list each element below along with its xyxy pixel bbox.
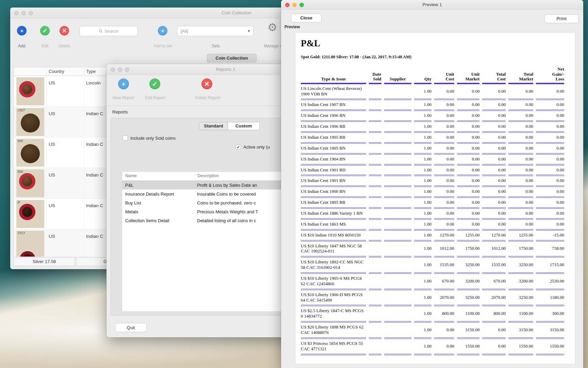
pl-cell: 0.00 bbox=[482, 144, 506, 155]
coin-image bbox=[21, 144, 40, 163]
tab-standard[interactable]: Standard bbox=[199, 122, 228, 130]
pl-cell bbox=[384, 220, 412, 231]
pl-cell: 1535.00 bbox=[434, 258, 454, 274]
minimize-window-button[interactable] bbox=[21, 11, 26, 15]
pl-cell: 0.00 bbox=[434, 100, 454, 111]
pl-cell: 738.00 bbox=[536, 242, 564, 258]
pl-cell bbox=[384, 274, 412, 290]
include-sold-checkbox[interactable] bbox=[122, 135, 128, 141]
close-window-button[interactable] bbox=[285, 3, 290, 7]
pl-column-header: Unit Market bbox=[457, 67, 480, 84]
x-icon: ✕ bbox=[62, 28, 67, 34]
pl-cell: 0.00 bbox=[482, 122, 506, 133]
pl-cell: 1.00 bbox=[414, 209, 431, 220]
close-window-button[interactable] bbox=[14, 11, 19, 15]
delete-report-button[interactable]: ✕ bbox=[201, 78, 212, 89]
pl-cell: 1270.00 bbox=[482, 231, 506, 242]
pl-cell: 0.00 bbox=[457, 198, 480, 209]
pl-cell bbox=[369, 306, 381, 323]
pl-row: US Indian Cent 1886 Variety 1 BN1.000.00… bbox=[301, 209, 564, 220]
pl-cell: 0.00 bbox=[482, 209, 506, 220]
coin-photo bbox=[16, 77, 44, 105]
pl-cell: 1.00 bbox=[414, 166, 431, 177]
coin-photo-cell: 1913 bbox=[14, 229, 46, 257]
pl-cell bbox=[384, 198, 412, 209]
pl-cell: 0.00 bbox=[508, 111, 533, 122]
coin-image bbox=[19, 81, 35, 97]
pl-cell: 0.00 bbox=[482, 111, 506, 122]
pl-cell: 0.00 bbox=[508, 155, 533, 166]
photo-handwritten-note: 1907 bbox=[17, 108, 25, 112]
pl-cell: 0.00 bbox=[434, 84, 454, 101]
zoom-window-button[interactable] bbox=[125, 67, 129, 72]
pl-cell: 1012.00 bbox=[482, 242, 506, 258]
plus-icon: + bbox=[121, 81, 125, 87]
preview-window-titlebar[interactable]: Preview 1 bbox=[281, 0, 583, 10]
pl-cell: 3150.00 bbox=[508, 323, 533, 339]
pl-cell: 0.00 bbox=[434, 133, 454, 144]
pl-cell bbox=[369, 111, 381, 122]
add-to-set-button[interactable]: + bbox=[158, 26, 167, 35]
minimize-window-button[interactable] bbox=[292, 3, 297, 7]
pl-cell: 0.00 bbox=[457, 111, 480, 122]
pl-cell bbox=[384, 231, 412, 242]
pl-cell: 0.00 bbox=[508, 220, 533, 231]
pl-cell: 0.00 bbox=[536, 166, 564, 177]
active-only-checkbox[interactable]: ✓ bbox=[236, 144, 241, 150]
column-header-country[interactable]: Country bbox=[46, 67, 84, 76]
sets-dropdown[interactable]: [All] ▼ bbox=[177, 26, 254, 36]
pl-cell: 300.00 bbox=[536, 306, 564, 323]
pl-cell bbox=[384, 111, 412, 122]
pl-cell: 1100.00 bbox=[508, 306, 533, 323]
pl-cell: US $10 Indian 1910 MS 8050150 bbox=[301, 231, 366, 242]
pl-cell: 1255.00 bbox=[508, 231, 533, 242]
close-window-button[interactable] bbox=[111, 67, 115, 72]
gear-icon[interactable]: ⚙ bbox=[267, 22, 277, 33]
pl-cell: 1.00 bbox=[414, 176, 431, 187]
close-preview-button[interactable]: Close bbox=[291, 14, 322, 22]
pl-cell: 0.00 bbox=[482, 220, 506, 231]
report-name: Insurance Details Report bbox=[122, 191, 195, 197]
add-label: Add bbox=[18, 44, 25, 48]
pl-cell: US Lincoln Cent (Wheat Reverse) 1909 VDB… bbox=[301, 84, 366, 101]
print-button[interactable]: Print bbox=[544, 14, 578, 23]
pl-column-header: Supplier bbox=[384, 67, 412, 84]
tab-custom[interactable]: Custom bbox=[228, 122, 259, 130]
pl-cell: 0.00 bbox=[457, 155, 480, 166]
pl-cell: 0.00 bbox=[508, 209, 533, 220]
pl-cell bbox=[369, 209, 381, 220]
pl-row: US Indian Cent 1906 BN1.000.000.000.000.… bbox=[301, 111, 564, 122]
coin-country-cell: US bbox=[46, 199, 84, 229]
add-coin-button[interactable]: + bbox=[17, 26, 27, 35]
zoom-window-button[interactable] bbox=[299, 3, 304, 7]
pl-cell: 3250.00 bbox=[457, 290, 480, 307]
pl-row: US Indian Cent 1905 BN1.000.000.000.000.… bbox=[301, 144, 564, 155]
new-report-button[interactable]: + bbox=[118, 78, 129, 89]
pl-cell: 0.00 bbox=[434, 209, 454, 220]
pl-cell: 0.00 bbox=[508, 176, 533, 187]
pl-cell: 1.00 bbox=[414, 290, 431, 307]
column-header-name[interactable]: Name bbox=[122, 172, 195, 180]
edit-report-label: Edit Report bbox=[145, 95, 165, 100]
preview-window: Preview 1 Close Print Preview P&L Spot G… bbox=[281, 0, 583, 368]
minimize-window-button[interactable] bbox=[118, 67, 122, 72]
pl-cell: 0.00 bbox=[457, 144, 480, 155]
zoom-window-button[interactable] bbox=[29, 11, 33, 15]
report-page: P&L Spot Gold: 1211.00 Silver: 17.08 - (… bbox=[295, 33, 575, 364]
quit-button[interactable]: Quit bbox=[115, 323, 147, 332]
report-type-tabs: Standard Custom bbox=[199, 122, 260, 130]
delete-coin-button[interactable]: ✕ bbox=[60, 26, 69, 35]
pl-cell bbox=[369, 176, 381, 187]
pl-cell: 0.00 bbox=[457, 176, 480, 187]
edit-report-button[interactable]: ✓ bbox=[149, 78, 160, 89]
pl-cell: 1255.00 bbox=[457, 231, 480, 242]
search-input[interactable]: Search bbox=[79, 26, 138, 36]
pl-cell bbox=[369, 290, 381, 307]
pl-cell: 0.00 bbox=[508, 100, 533, 111]
tab-coin-collection[interactable]: Coin Collection bbox=[207, 54, 257, 62]
column-header-image[interactable] bbox=[14, 67, 46, 76]
coin-country-cell: US bbox=[46, 168, 84, 198]
pl-cell: 0.00 bbox=[536, 122, 564, 133]
pl-cell: 0.00 bbox=[434, 155, 454, 166]
edit-coin-button[interactable]: ✓ bbox=[40, 26, 50, 35]
